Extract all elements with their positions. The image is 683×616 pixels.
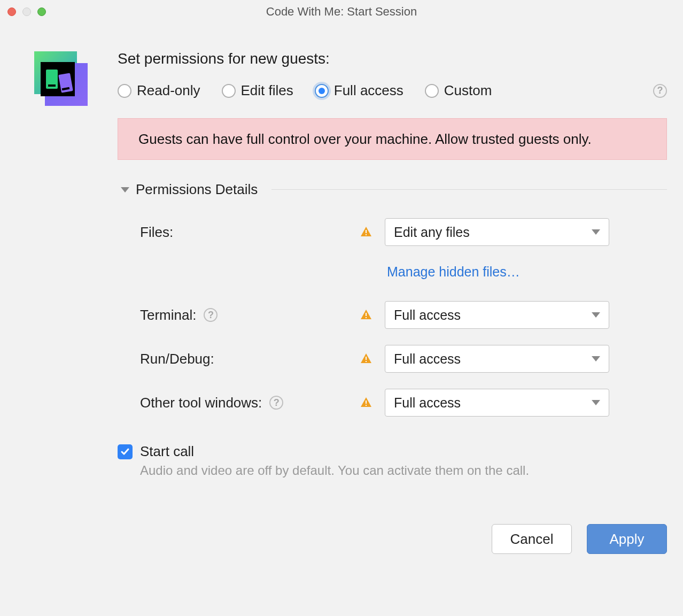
radio-custom[interactable]: Custom — [425, 82, 492, 99]
cancel-button[interactable]: Cancel — [492, 524, 572, 554]
radio-icon — [315, 84, 329, 98]
warning-icon — [359, 396, 373, 409]
rundebug-select-value: Full access — [394, 351, 461, 367]
dialog-button-row: Cancel Apply — [492, 524, 667, 554]
radio-icon — [118, 84, 131, 98]
other-label-text: Other tool windows: — [140, 395, 262, 411]
start-call-checkbox[interactable]: Start call — [118, 443, 667, 460]
checkbox-checked-icon — [118, 444, 133, 459]
help-icon[interactable]: ? — [204, 308, 218, 322]
other-tool-windows-label: Other tool windows: ? — [140, 395, 359, 411]
rundebug-label: Run/Debug: — [140, 351, 359, 367]
svg-rect-9 — [366, 313, 367, 316]
svg-rect-8 — [366, 234, 367, 235]
warning-icon — [359, 226, 373, 238]
chevron-down-icon — [592, 400, 600, 405]
rundebug-select[interactable]: Full access — [385, 345, 609, 373]
divider — [271, 189, 667, 190]
warning-icon — [359, 352, 373, 365]
files-select[interactable]: Edit any files — [385, 218, 609, 246]
start-call-label: Start call — [140, 443, 194, 460]
svg-rect-4 — [48, 84, 56, 87]
terminal-select[interactable]: Full access — [385, 301, 609, 329]
chevron-down-icon — [121, 187, 129, 192]
svg-rect-7 — [366, 230, 367, 233]
files-label: Files: — [140, 224, 359, 241]
radio-full-access[interactable]: Full access — [315, 82, 403, 99]
chevron-down-icon — [592, 356, 600, 361]
permission-radio-group: Read-only Edit files Full access Custom … — [118, 82, 667, 99]
help-icon[interactable]: ? — [653, 84, 667, 98]
terminal-label: Terminal: ? — [140, 307, 359, 324]
permissions-details-title: Permissions Details — [136, 181, 258, 198]
radio-icon — [425, 84, 439, 98]
titlebar: Code With Me: Start Session — [0, 0, 683, 24]
svg-rect-12 — [366, 361, 367, 362]
permissions-heading: Set permissions for new guests: — [118, 50, 667, 67]
permissions-details-header[interactable]: Permissions Details — [118, 181, 667, 198]
apply-button[interactable]: Apply — [587, 524, 667, 554]
radio-icon — [222, 84, 236, 98]
terminal-select-value: Full access — [394, 307, 461, 323]
svg-rect-11 — [366, 357, 367, 360]
manage-hidden-files-link[interactable]: Manage hidden files… — [387, 264, 520, 279]
other-select-value: Full access — [394, 395, 461, 411]
radio-custom-label: Custom — [444, 82, 492, 99]
terminal-label-text: Terminal: — [140, 307, 196, 324]
svg-rect-14 — [366, 405, 367, 406]
warning-banner: Guests can have full control over your m… — [118, 118, 667, 160]
radio-readonly-label: Read-only — [137, 82, 200, 99]
chevron-down-icon — [592, 312, 600, 318]
svg-rect-10 — [366, 317, 367, 318]
start-call-subtext: Audio and video are off by default. You … — [118, 463, 667, 478]
help-icon[interactable]: ? — [269, 396, 283, 410]
radio-readonly[interactable]: Read-only — [118, 82, 200, 99]
radio-edit-label: Edit files — [241, 82, 293, 99]
code-with-me-icon — [32, 50, 90, 108]
chevron-down-icon — [592, 229, 600, 235]
other-select[interactable]: Full access — [385, 389, 609, 417]
window-title: Code With Me: Start Session — [0, 5, 683, 19]
warning-icon — [359, 309, 373, 321]
radio-full-label: Full access — [334, 82, 403, 99]
radio-edit-files[interactable]: Edit files — [222, 82, 293, 99]
svg-rect-13 — [366, 401, 367, 404]
files-select-value: Edit any files — [394, 225, 470, 240]
